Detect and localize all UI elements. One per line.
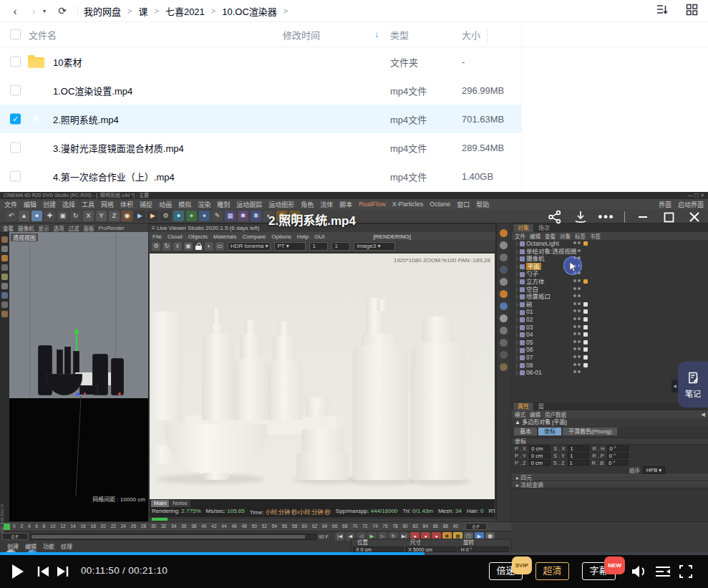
column-size[interactable]: 大小 <box>462 28 480 42</box>
attribute-object-label: ▲ 多边形对象 [平面] <box>512 418 708 427</box>
ruler-tick: 40 <box>201 524 206 529</box>
toolbar-divider <box>77 6 78 16</box>
file-size: 701.63MB <box>462 114 504 125</box>
ruler-tick: 24 <box>121 524 126 529</box>
playlist-icon[interactable] <box>654 564 671 582</box>
quality-button[interactable]: 超清 <box>535 562 569 580</box>
download-icon[interactable] <box>573 209 588 225</box>
speed-button[interactable]: 倍速 SVIP <box>489 562 523 580</box>
c4d-menu-item: 渲染 <box>198 200 210 209</box>
next-icon[interactable] <box>57 566 69 580</box>
table-row[interactable]: 10素材文件夹- <box>0 47 708 76</box>
breadcrumb-item[interactable]: 10.OC渲染器 <box>222 4 277 18</box>
row-checkbox[interactable] <box>10 114 21 125</box>
attr-collapsed-section: ▸ 四元 <box>512 474 708 481</box>
move-icon: ✚ <box>44 211 55 221</box>
c4d-menu-item: 动画 <box>159 200 172 209</box>
object-name: OctaneLight <box>526 240 559 247</box>
ruler-tick: 28 <box>141 524 146 529</box>
select-all-checkbox[interactable] <box>10 29 21 40</box>
share-icon[interactable] <box>547 209 563 225</box>
file-size: 1.40GB <box>462 171 493 182</box>
breadcrumb-item[interactable]: 我的网盘 <box>84 4 121 18</box>
palette-icon <box>500 351 508 359</box>
coordinates-section-header: 坐标 <box>512 438 708 445</box>
history-caret-icon[interactable]: ▾ <box>43 8 53 14</box>
notes-button[interactable]: 笔记 <box>678 362 708 408</box>
breadcrumb-separator: > <box>283 6 288 15</box>
timeline-playhead <box>4 524 10 530</box>
more-icon[interactable]: ••• <box>598 209 614 225</box>
notes-collapse-icon[interactable]: ◀ <box>671 380 678 392</box>
attr-section-tab: 平滑着色(Phong) <box>563 428 617 435</box>
breadcrumb-separator: > <box>211 6 215 15</box>
back-icon[interactable]: ‹ <box>6 5 24 17</box>
sphere-green-icon: ● <box>186 211 197 221</box>
object-name: 空白 <box>526 286 538 293</box>
viewport-menu-item: 摄像机 <box>18 224 34 232</box>
ruler-tick: 16 <box>80 524 85 529</box>
viewport-canvas: 透视视图 网格间距 : 10000 cm <box>9 232 148 521</box>
file-name[interactable]: 2.照明系统.mp4 <box>53 112 119 126</box>
close-icon[interactable] <box>687 209 702 225</box>
order-value: HPB ▾ <box>643 466 665 474</box>
play-icon[interactable] <box>11 564 25 582</box>
visibility-dots <box>573 355 581 358</box>
file-size: 289.54MB <box>462 143 504 153</box>
object-row: ├03 <box>512 324 708 332</box>
topbar-divider <box>624 211 625 223</box>
coord-header: 位置 <box>351 539 404 546</box>
sort-desc-icon[interactable]: ↓ <box>374 29 379 39</box>
minimize-icon[interactable] <box>635 209 651 225</box>
breadcrumb-item[interactable]: 课 <box>138 4 147 18</box>
render-dropper-top <box>245 319 256 335</box>
column-modified[interactable]: 修改时间 <box>283 28 320 42</box>
row-checkbox[interactable] <box>10 57 21 67</box>
breadcrumb-separator: > <box>127 6 132 15</box>
end-frame-label: 90 F <box>319 534 329 539</box>
lv-status-item: Tri: 0/1.43m <box>403 508 433 516</box>
video-player[interactable]: CINEMA 4D R20 DVD Studio (RC-R20) - [..照… <box>0 192 708 588</box>
file-name[interactable]: 4.第一次综合作业（上）.mp4 <box>53 170 175 183</box>
column-filename[interactable]: 文件名 <box>29 28 57 42</box>
previous-icon[interactable] <box>37 566 49 580</box>
table-row[interactable]: 2.照明系统.mp4mp4文件701.63MB <box>0 105 708 133</box>
om-menu-item: 编辑 <box>530 232 540 240</box>
row-checkbox[interactable] <box>10 85 21 96</box>
rotation-order-row: 顺序 HPB ▾ <box>512 466 708 474</box>
lv-menu-item: Help <box>297 233 309 240</box>
table-row[interactable]: 4.第一次综合作业（上）.mp4mp4文件1.40GB <box>0 162 708 191</box>
selection-dot <box>84 392 86 395</box>
ruler-tick: 42 <box>211 524 216 529</box>
texture-tag <box>583 340 588 344</box>
table-row[interactable]: 1.OC渲染设置.mp4mp4文件296.99MB <box>0 76 708 105</box>
file-name[interactable]: 10素材 <box>53 55 82 69</box>
fullscreen-icon[interactable] <box>679 564 693 582</box>
snowflake-icon: ✻ <box>251 211 261 221</box>
file-name[interactable]: 1.OC渲染设置.mp4 <box>53 84 132 97</box>
file-name[interactable]: 3.漫射光泽度镜面混合材质.mp4 <box>53 141 184 155</box>
column-type[interactable]: 类型 <box>390 28 409 42</box>
forward-icon[interactable]: › <box>24 5 43 17</box>
texture-tag <box>583 279 588 284</box>
c4d-menu-item: 模拟 <box>178 200 191 209</box>
breadcrumb-item[interactable]: 七喜2021 <box>165 4 205 18</box>
grid-view-icon[interactable] <box>686 4 698 16</box>
row-checkbox[interactable] <box>10 171 21 182</box>
table-row[interactable]: 3.漫射光泽度镜面混合材质.mp4mp4文件289.54MB <box>0 133 708 162</box>
sort-list-icon[interactable] <box>656 3 669 16</box>
row-checkbox[interactable] <box>10 143 21 153</box>
refresh-icon[interactable]: ⟳ <box>53 5 72 16</box>
texture-tag <box>583 325 588 329</box>
ruler-tick: 8 <box>43 524 46 529</box>
attr-tab: 属性 <box>513 403 533 410</box>
volume-icon[interactable] <box>631 564 648 582</box>
palette-icon <box>500 266 508 274</box>
c4d-menu-item: RealFlow <box>359 201 386 208</box>
maximize-icon[interactable] <box>661 209 677 225</box>
lv-kernel-select: PT ▾ <box>274 242 306 251</box>
object-row: ├04 <box>512 331 708 339</box>
player-topbar: ••• <box>547 209 702 225</box>
render-bowl-foot <box>203 473 229 480</box>
subtitles-button[interactable]: 字幕 NEW <box>582 562 616 580</box>
